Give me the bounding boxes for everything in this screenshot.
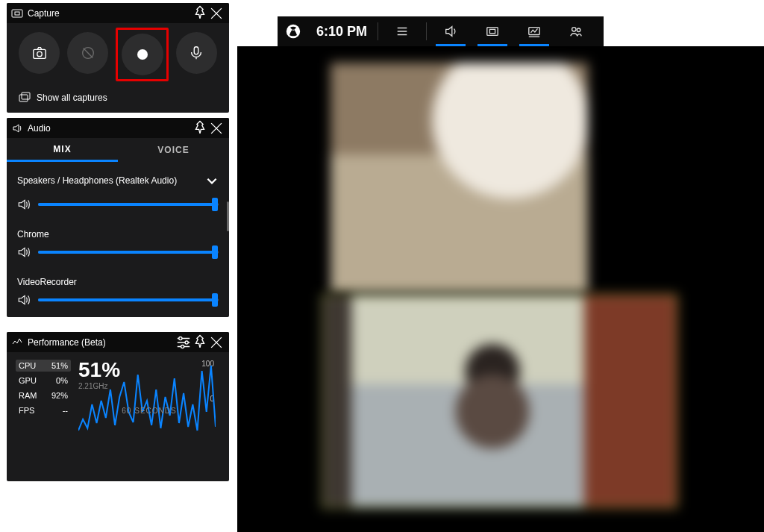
show-all-captures-link[interactable]: Show all captures: [7, 86, 229, 111]
chevron-down-icon[interactable]: [205, 174, 219, 187]
svg-rect-6: [19, 95, 28, 101]
performance-title: Performance (Beta): [28, 337, 175, 348]
capture-widget-button[interactable]: [472, 16, 513, 46]
close-button[interactable]: [208, 120, 225, 137]
svg-point-9: [185, 340, 188, 343]
stat-list: CPU 51% GPU 0% RAM 92% FPS --: [16, 360, 71, 416]
capture-widget-icon: [11, 7, 23, 19]
tab-voice[interactable]: VOICE: [118, 138, 229, 162]
capture-header: Capture: [7, 3, 229, 23]
stat-ram[interactable]: RAM 92%: [16, 389, 71, 401]
audio-tabs: MIX VOICE: [7, 138, 229, 162]
svg-point-8: [179, 337, 182, 339]
svg-point-15: [572, 28, 576, 31]
chrome-volume-row: [17, 240, 219, 272]
chrome-volume-slider[interactable]: [38, 251, 219, 254]
audio-widget-icon: [11, 122, 23, 134]
show-all-captures-label: Show all captures: [37, 93, 107, 103]
pin-button[interactable]: [192, 5, 208, 22]
app-videorecorder-label: VideoRecorder: [17, 272, 219, 287]
perf-graph-area: 51% 2.21GHz 100 0 60 SECONDS: [78, 360, 220, 416]
participant-video-1: [331, 63, 588, 292]
output-device-label: Speakers / Headphones (Realtek Audio): [17, 175, 177, 186]
svg-rect-0: [12, 10, 22, 17]
system-volume-slider[interactable]: [38, 203, 219, 206]
stat-gpu[interactable]: GPU 0%: [16, 375, 71, 387]
speaker-icon[interactable]: [17, 293, 31, 307]
capture-title: Capture: [28, 8, 192, 19]
audio-title: Audio: [28, 123, 192, 134]
speaker-icon[interactable]: [17, 198, 31, 211]
record-highlight-box: [116, 28, 169, 81]
record-icon: [137, 49, 148, 60]
svg-rect-2: [33, 49, 46, 58]
svg-point-16: [577, 28, 580, 32]
svg-point-10: [181, 345, 184, 348]
clock: 6:10 PM: [309, 24, 375, 40]
microphone-toggle-button[interactable]: [176, 32, 217, 74]
stat-fps[interactable]: FPS --: [16, 404, 71, 416]
tab-mix[interactable]: MIX: [7, 138, 118, 162]
app-chrome-label: Chrome: [17, 225, 219, 240]
system-volume-row: [17, 192, 219, 225]
performance-widget-icon: [11, 337, 23, 348]
speaker-icon[interactable]: [17, 245, 31, 259]
settings-icon[interactable]: [175, 334, 192, 351]
capture-buttons: [7, 23, 229, 86]
start-recording-button[interactable]: [122, 34, 163, 75]
game-bar-topbar: 6:10 PM: [278, 16, 604, 46]
svg-rect-13: [489, 29, 495, 33]
performance-body: CPU 51% GPU 0% RAM 92% FPS -- 51% 2.2: [7, 352, 229, 421]
pin-button[interactable]: [192, 120, 208, 137]
audio-header: Audio: [7, 118, 229, 138]
separator: [426, 22, 427, 40]
xbox-social-button[interactable]: [555, 16, 597, 46]
xbox-button[interactable]: [278, 24, 309, 39]
screenshot-button[interactable]: [19, 32, 60, 74]
audio-scrollbar[interactable]: [226, 142, 229, 317]
svg-point-3: [37, 51, 41, 56]
participant-video-2: [322, 294, 677, 508]
pin-button[interactable]: [192, 334, 208, 351]
record-last-button[interactable]: [67, 32, 108, 74]
x-axis-label: 60 SECONDS: [78, 407, 220, 415]
performance-widget-button[interactable]: [513, 16, 555, 46]
close-button[interactable]: [208, 334, 225, 351]
close-button[interactable]: [208, 5, 225, 22]
svg-rect-5: [195, 47, 199, 54]
videorecorder-volume-row: [17, 287, 219, 317]
svg-rect-7: [22, 93, 30, 99]
capture-panel: Capture S: [7, 3, 229, 113]
audio-panel: Audio MIX VOICE Speakers / Headphones (R…: [7, 118, 229, 317]
output-device-row[interactable]: Speakers / Headphones (Realtek Audio): [17, 169, 219, 192]
svg-rect-1: [15, 12, 19, 15]
audio-widget-button[interactable]: [430, 16, 472, 46]
separator: [378, 22, 378, 40]
stat-cpu[interactable]: CPU 51%: [16, 360, 71, 372]
video-call-window: [237, 46, 764, 532]
widgets-menu-button[interactable]: [381, 16, 423, 46]
performance-panel: Performance (Beta) CPU 51% GPU 0%: [7, 332, 229, 481]
performance-header: Performance (Beta): [7, 332, 229, 352]
videorecorder-volume-slider[interactable]: [38, 298, 219, 301]
audio-body: Speakers / Headphones (Realtek Audio) Ch…: [7, 162, 229, 317]
svg-rect-12: [487, 28, 498, 36]
